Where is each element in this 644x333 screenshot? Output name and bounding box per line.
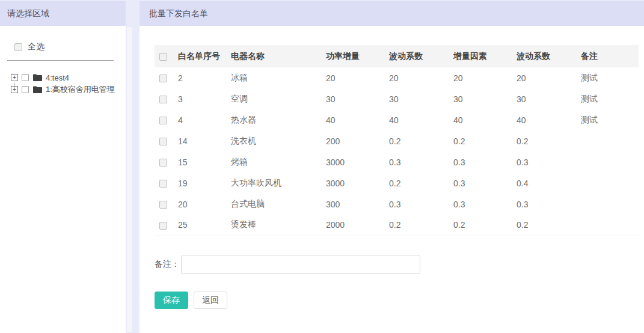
area-select-panel: 请选择区域 全选 +4:test4+1:高校宿舍用电管理 xyxy=(0,1,126,333)
table-cell: 0.3 xyxy=(517,194,581,215)
table-cell: 40 xyxy=(326,109,389,130)
table-cell: 4 xyxy=(178,109,231,130)
select-all-row: 全选 xyxy=(14,41,126,52)
table-cell: 40 xyxy=(389,109,453,130)
table-cell: 40 xyxy=(453,109,517,130)
table-cell: 热水器 xyxy=(231,109,326,130)
header-checkbox-cell xyxy=(155,45,178,67)
row-checkbox-cell xyxy=(155,109,178,130)
table-cell: 0.2 xyxy=(453,215,517,236)
expand-icon[interactable]: + xyxy=(11,74,18,81)
table-cell: 300 xyxy=(326,194,389,215)
table-row: 14洗衣机2000.20.20.2 xyxy=(155,130,639,151)
table-cell: 0.4 xyxy=(517,173,581,194)
tree-node-checkbox[interactable] xyxy=(22,74,29,81)
table-header-row: 白名单序号电器名称功率增量波动系数增量因素波动系数备注 xyxy=(155,45,639,67)
table-cell xyxy=(581,130,639,151)
table-cell: 0.2 xyxy=(517,215,581,236)
table-cell: 0.3 xyxy=(389,194,453,215)
table-cell: 0.2 xyxy=(453,130,517,151)
tree-node-label[interactable]: 4:test4 xyxy=(46,73,69,82)
table-cell: 2 xyxy=(178,67,231,88)
column-header: 增量因素 xyxy=(453,45,517,67)
table-cell: 0.2 xyxy=(389,215,453,236)
row-checkbox[interactable] xyxy=(159,222,167,230)
row-checkbox[interactable] xyxy=(159,96,167,103)
tree-node[interactable]: +4:test4 xyxy=(11,72,126,84)
table-cell: 3 xyxy=(178,88,231,109)
table-cell: 洗衣机 xyxy=(231,130,326,151)
table-cell: 0.2 xyxy=(389,130,453,151)
whitelist-panel: 批量下发白名单 白名单序号电器名称功率增量波动系数增量因素波动系数备注 2冰箱2… xyxy=(140,1,644,333)
row-checkbox[interactable] xyxy=(159,117,167,124)
back-button[interactable]: 返回 xyxy=(194,292,227,309)
row-checkbox-cell xyxy=(155,88,178,109)
tree-node-label[interactable]: 1:高校宿舍用电管理 xyxy=(46,84,115,95)
column-header: 备注 xyxy=(581,45,639,67)
table-cell: 0.2 xyxy=(517,130,581,151)
table-cell: 200 xyxy=(326,130,389,151)
row-checkbox-cell xyxy=(155,173,178,194)
row-checkbox-cell xyxy=(155,130,178,151)
save-button[interactable]: 保存 xyxy=(155,292,188,309)
select-all-rows-checkbox[interactable] xyxy=(159,53,167,61)
table-cell: 冰箱 xyxy=(231,67,326,88)
table-cell: 20 xyxy=(326,67,389,88)
table-cell: 20 xyxy=(389,67,453,88)
table-row: 4热水器40404040测试 xyxy=(155,109,639,130)
folder-icon xyxy=(33,74,42,81)
row-checkbox[interactable] xyxy=(159,159,167,166)
table-cell: 30 xyxy=(389,88,453,109)
row-checkbox-cell xyxy=(155,151,178,173)
select-all-label: 全选 xyxy=(28,41,44,52)
table-row: 15烤箱30000.30.30.3 xyxy=(155,151,639,173)
table-cell: 0.3 xyxy=(389,151,453,173)
main-panel-title: 批量下发白名单 xyxy=(140,1,644,26)
left-panel-scrollbar[interactable] xyxy=(127,27,132,332)
table-cell: 19 xyxy=(178,173,231,194)
table-cell: 空调 xyxy=(231,88,326,109)
left-panel-title: 请选择区域 xyxy=(0,1,126,26)
whitelist-table: 白名单序号电器名称功率增量波动系数增量因素波动系数备注 2冰箱20202020测… xyxy=(155,45,639,236)
remark-label: 备注： xyxy=(155,259,180,270)
row-checkbox[interactable] xyxy=(159,138,167,145)
tree-node[interactable]: +1:高校宿舍用电管理 xyxy=(11,84,126,96)
table-cell: 3000 xyxy=(326,151,389,173)
row-checkbox-cell xyxy=(155,194,178,215)
table-cell: 25 xyxy=(178,215,231,236)
row-checkbox[interactable] xyxy=(159,201,167,209)
remark-input[interactable] xyxy=(181,255,420,274)
select-all-checkbox[interactable] xyxy=(14,43,22,51)
table-cell: 0.3 xyxy=(453,173,517,194)
table-cell: 2000 xyxy=(326,215,389,236)
row-checkbox[interactable] xyxy=(159,180,167,188)
table-cell: 0.3 xyxy=(453,194,517,215)
expand-icon[interactable]: + xyxy=(11,86,18,93)
table-cell: 烤箱 xyxy=(231,151,326,173)
table-cell: 20 xyxy=(453,67,517,88)
table-cell: 3000 xyxy=(326,173,389,194)
table-cell: 台式电脑 xyxy=(231,194,326,215)
remark-row: 备注： xyxy=(155,255,644,274)
table-cell: 30 xyxy=(517,88,581,109)
table-cell: 20 xyxy=(517,67,581,88)
table-cell: 15 xyxy=(178,151,231,173)
button-row: 保存 返回 xyxy=(155,292,644,309)
row-checkbox[interactable] xyxy=(159,75,167,82)
area-tree: +4:test4+1:高校宿舍用电管理 xyxy=(11,72,126,96)
table-row: 25烫发棒20000.20.20.2 xyxy=(155,215,639,236)
table-row: 2冰箱20202020测试 xyxy=(155,67,639,88)
table-cell: 大功率吹风机 xyxy=(231,173,326,194)
table-body: 2冰箱20202020测试3空调30303030测试4热水器40404040测试… xyxy=(155,67,639,236)
table-cell xyxy=(581,215,639,236)
table-cell: 测试 xyxy=(581,88,639,109)
folder-icon xyxy=(33,86,42,93)
row-checkbox-cell xyxy=(155,67,178,88)
table-cell: 0.3 xyxy=(517,151,581,173)
table-row: 3空调30303030测试 xyxy=(155,88,639,109)
column-header: 波动系数 xyxy=(517,45,581,67)
table-cell: 测试 xyxy=(581,109,639,130)
table-cell: 0.2 xyxy=(389,173,453,194)
table-cell xyxy=(581,151,639,173)
tree-node-checkbox[interactable] xyxy=(22,86,29,93)
